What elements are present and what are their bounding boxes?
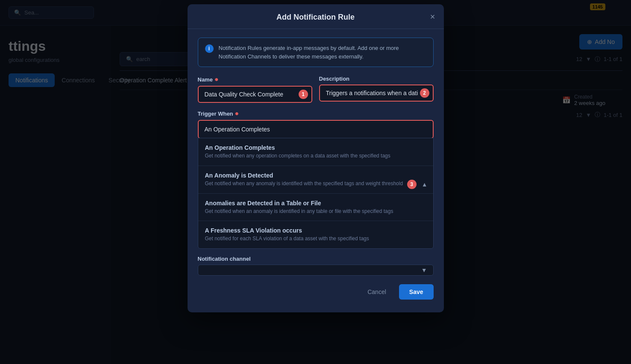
name-input-wrapper: 1	[198, 86, 312, 103]
add-notification-modal: Add Notification Rule × i Notification R…	[188, 4, 444, 312]
description-input[interactable]	[319, 84, 434, 102]
channel-select-wrapper: ▼	[198, 265, 434, 276]
dropdown-item-desc-2: Get notified when any anomaly is identif…	[205, 180, 426, 187]
trigger-label: Trigger When ●	[198, 110, 434, 117]
modal-footer: Cancel Save	[188, 276, 444, 300]
channel-chevron-icon: ▼	[421, 267, 427, 274]
dropdown-item-title-2: An Anomaly is Detected	[205, 172, 426, 179]
trigger-step-badge: 3	[407, 180, 417, 189]
channel-select[interactable]: ▼	[198, 265, 434, 276]
trigger-select-wrapper: An Operation Completes 3 ▲ An Operation …	[198, 120, 434, 249]
dropdown-item-title-1: An Operation Completes	[205, 144, 426, 151]
name-form-group: Name ● 1	[198, 76, 312, 103]
dropdown-item-anomaly-detected[interactable]: An Anomaly is Detected Get notified when…	[198, 166, 433, 194]
trigger-select[interactable]: An Operation Completes 3 ▲	[198, 120, 434, 139]
name-input[interactable]	[198, 86, 312, 103]
description-step-badge: 2	[420, 88, 429, 98]
description-input-wrapper: 2	[319, 84, 434, 102]
cancel-button[interactable]: Cancel	[360, 284, 394, 300]
trigger-chevron-icon: ▲	[422, 181, 428, 188]
trigger-dropdown-list: An Operation Completes Get notified when…	[198, 138, 434, 249]
dropdown-item-operation-completes[interactable]: An Operation Completes Get notified when…	[198, 138, 433, 166]
channel-label: Notification channel	[198, 256, 434, 262]
description-label: Description	[319, 76, 434, 82]
dropdown-item-freshness-sla[interactable]: A Freshness SLA Violation occurs Get not…	[198, 221, 433, 248]
info-banner: i Notification Rules generate in-app mes…	[198, 38, 434, 67]
modal-header: Add Notification Rule ×	[188, 4, 444, 29]
notification-channel-section: Notification channel ▼	[198, 256, 434, 276]
dropdown-item-title-4: A Freshness SLA Violation occurs	[205, 227, 426, 234]
modal-title: Add Notification Rule	[276, 13, 355, 22]
trigger-required-dot: ●	[235, 110, 239, 117]
dropdown-item-desc-1: Get notified when any operation complete…	[205, 152, 426, 160]
dropdown-item-desc-3: Get notified when an anomaly is identifi…	[205, 208, 426, 215]
description-form-group: Description 2	[319, 76, 434, 103]
save-button[interactable]: Save	[399, 284, 434, 300]
modal-body: i Notification Rules generate in-app mes…	[188, 29, 444, 276]
info-banner-text: Notification Rules generate in-app messa…	[219, 44, 426, 61]
name-required-dot: ●	[214, 76, 219, 83]
dropdown-item-desc-4: Get notified for each SLA violation of a…	[205, 235, 426, 242]
name-label: Name ●	[198, 76, 312, 83]
name-step-badge: 1	[299, 90, 308, 99]
modal-close-button[interactable]: ×	[430, 12, 435, 21]
dropdown-item-anomalies-table[interactable]: Anomalies are Detected in a Table or Fil…	[198, 194, 433, 221]
dropdown-item-title-3: Anomalies are Detected in a Table or Fil…	[205, 200, 426, 207]
form-row-name-desc: Name ● 1 Description 2	[198, 76, 434, 103]
info-icon: i	[205, 44, 214, 53]
trigger-section: Trigger When ● An Operation Completes 3 …	[198, 110, 434, 249]
